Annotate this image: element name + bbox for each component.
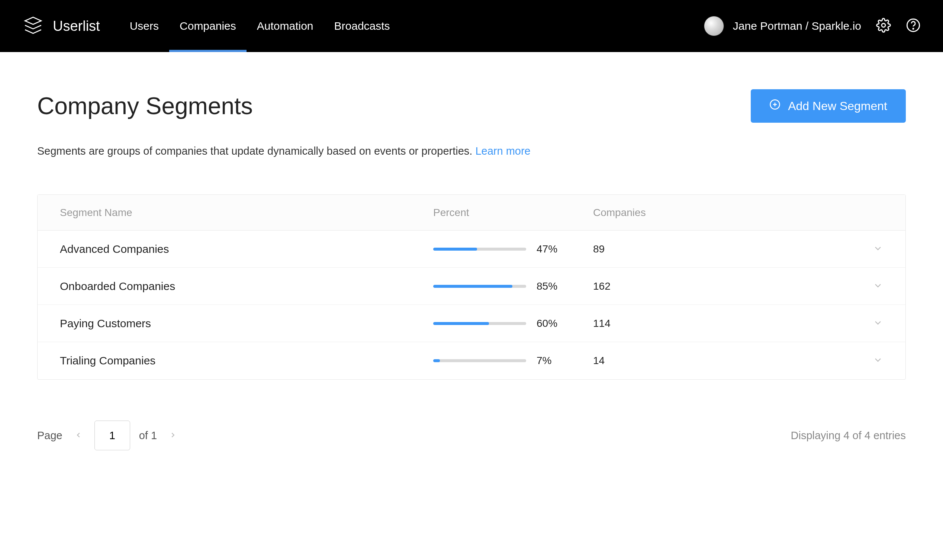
percent-text: 85%	[537, 280, 557, 292]
nav-label: Users	[130, 20, 159, 32]
progress-track	[433, 359, 526, 362]
chevron-down-icon	[873, 280, 883, 292]
nav-item-users[interactable]: Users	[130, 0, 159, 52]
segment-companies: 162	[593, 280, 854, 292]
help-button[interactable]	[906, 18, 921, 34]
avatar	[704, 16, 724, 36]
row-expand[interactable]	[854, 243, 883, 255]
topbar: Userlist Users Companies Automation Broa…	[0, 0, 943, 52]
page-label: Page	[37, 429, 63, 442]
topbar-right: Jane Portman / Sparkle.io	[704, 16, 921, 36]
table-row[interactable]: Paying Customers60%114	[38, 305, 905, 342]
segment-percent: 7%	[433, 355, 593, 367]
segment-companies: 89	[593, 243, 854, 255]
segment-percent: 60%	[433, 318, 593, 329]
chevron-down-icon	[873, 243, 883, 255]
user-display: Jane Portman / Sparkle.io	[733, 20, 861, 32]
table-header: Segment Name Percent Companies	[38, 195, 905, 231]
nav-item-companies[interactable]: Companies	[180, 0, 236, 52]
progress-fill	[433, 359, 440, 362]
user-menu[interactable]: Jane Portman / Sparkle.io	[704, 16, 861, 36]
help-icon	[906, 18, 921, 34]
progress-fill	[433, 322, 489, 325]
percent-text: 60%	[537, 318, 557, 329]
progress-track	[433, 285, 526, 288]
displaying-text: Displaying 4 of 4 entries	[791, 429, 906, 442]
chevron-down-icon	[873, 318, 883, 329]
nav-item-broadcasts[interactable]: Broadcasts	[334, 0, 390, 52]
segments-table: Segment Name Percent Companies Advanced …	[37, 194, 906, 380]
settings-button[interactable]	[876, 18, 891, 34]
segment-name: Paying Customers	[60, 317, 433, 330]
chevron-right-icon	[169, 429, 177, 442]
segment-name: Advanced Companies	[60, 243, 433, 255]
segment-name: Trialing Companies	[60, 354, 433, 367]
progress-track	[433, 248, 526, 251]
col-companies: Companies	[593, 207, 854, 218]
svg-point-0	[881, 23, 885, 27]
plus-circle-icon	[769, 99, 780, 113]
segment-name: Onboarded Companies	[60, 280, 433, 293]
segment-percent: 85%	[433, 280, 593, 292]
nav-links: Users Companies Automation Broadcasts	[130, 0, 390, 52]
pagination: Page of 1 Displaying 4 of 4 entries	[37, 420, 906, 450]
page-next[interactable]	[166, 426, 180, 445]
header-row: Company Segments Add New Segment	[37, 89, 906, 123]
segment-companies: 14	[593, 355, 854, 367]
table-row[interactable]: Advanced Companies47%89	[38, 231, 905, 268]
nav-label: Automation	[257, 20, 314, 32]
col-name: Segment Name	[60, 207, 433, 218]
percent-text: 47%	[537, 243, 557, 255]
progress-fill	[433, 248, 477, 251]
page-of-label: of 1	[139, 429, 157, 442]
brand[interactable]: Userlist	[22, 14, 100, 38]
progress-fill	[433, 285, 512, 288]
pagination-left: Page of 1	[37, 420, 180, 450]
logo-icon	[22, 14, 44, 38]
chevron-down-icon	[873, 355, 883, 367]
nav-label: Broadcasts	[334, 20, 390, 32]
col-percent: Percent	[433, 207, 593, 218]
page-input[interactable]	[94, 420, 130, 450]
row-expand[interactable]	[854, 318, 883, 329]
row-expand[interactable]	[854, 280, 883, 292]
chevron-left-icon	[74, 429, 83, 442]
add-segment-label: Add New Segment	[788, 99, 887, 113]
content: Company Segments Add New Segment Segment…	[0, 52, 943, 472]
page-description: Segments are groups of companies that up…	[37, 145, 906, 157]
page-title: Company Segments	[37, 92, 253, 120]
gear-icon	[876, 18, 891, 34]
percent-text: 7%	[537, 355, 551, 367]
learn-more-link[interactable]: Learn more	[475, 145, 530, 157]
progress-track	[433, 322, 526, 325]
add-segment-button[interactable]: Add New Segment	[751, 89, 906, 123]
description-text: Segments are groups of companies that up…	[37, 145, 472, 157]
table-row[interactable]: Trialing Companies7%14	[38, 342, 905, 379]
segment-companies: 114	[593, 318, 854, 329]
page-prev[interactable]	[71, 426, 86, 445]
segment-percent: 47%	[433, 243, 593, 255]
nav-label: Companies	[180, 20, 236, 32]
svg-point-2	[913, 28, 914, 29]
brand-name: Userlist	[53, 18, 100, 34]
table-row[interactable]: Onboarded Companies85%162	[38, 268, 905, 305]
row-expand[interactable]	[854, 355, 883, 367]
nav-item-automation[interactable]: Automation	[257, 0, 314, 52]
